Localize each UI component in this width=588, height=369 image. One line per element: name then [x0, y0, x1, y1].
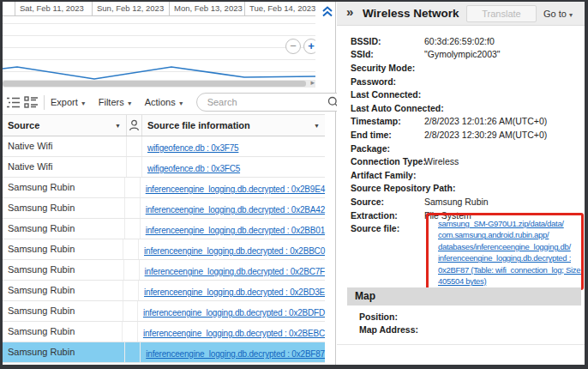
detail-field-value: 2/8/2023 12:30:29 AM(UTC+0): [424, 130, 585, 140]
table-row[interactable]: Samsung Rubin inferenceengine_logging.db…: [3, 219, 325, 239]
caret-down-icon: ▾: [569, 11, 573, 19]
detail-field-row: Package:: [337, 142, 585, 155]
detail-field-row: Timestamp: 2/8/2023 12:01:26 AM(UTC+0): [337, 115, 585, 129]
details-panel-title: Wireless Network: [363, 2, 459, 26]
caret-down-icon[interactable]: ▼: [314, 123, 320, 129]
detail-field-row: SSId: "Gymolympic2003": [337, 48, 585, 62]
source-cell: Native Wifi: [3, 157, 127, 177]
actions-button[interactable]: Actions▼: [145, 97, 184, 107]
scrollbar-thumb[interactable]: [3, 81, 306, 87]
source-file-link[interactable]: inferenceengine_logging.db.decrypted : 0…: [146, 205, 325, 215]
source-file-link[interactable]: inferenceengine_logging.db.decrypted : 0…: [146, 184, 325, 194]
source-file-link[interactable]: samsung_SM-G970U1.zip/data/data/ com.sam…: [438, 218, 582, 287]
list-view-icon[interactable]: [6, 96, 21, 109]
column-header-examiner[interactable]: [127, 115, 142, 136]
translate-button[interactable]: Translate: [466, 5, 537, 22]
person-cell: [123, 301, 138, 321]
export-button[interactable]: Export▼: [51, 97, 87, 107]
source-file-link[interactable]: wifigeofence.db : 0x3F75: [147, 143, 238, 153]
source-file-link-line[interactable]: samsung_SM-G970U1.zip/data/data/: [438, 218, 582, 229]
zoom-in-button[interactable]: +: [303, 39, 315, 54]
source-file-link-line[interactable]: 0x2BF87 (Table: wifi_connection_log; Siz…: [438, 264, 582, 275]
table-row[interactable]: Native Wifi wifigeofence.db : 0x3FC5: [3, 157, 325, 178]
timeline-date-header: Sat, Feb 11, 2023 Sun, Feb 12, 2023 Mon,…: [3, 2, 315, 16]
table-row[interactable]: Samsung Rubin inferenceengine_logging.db…: [3, 281, 325, 301]
source-cell: Samsung Rubin: [3, 342, 125, 362]
map-fields: Position: Map Address:: [337, 310, 585, 336]
detail-field-value: "Gymolympic2003": [424, 49, 585, 59]
goto-button[interactable]: Go to▾: [543, 2, 573, 27]
details-view-icon[interactable]: [24, 96, 39, 109]
section-divider: [337, 344, 585, 345]
table-row[interactable]: Samsung Rubin inferenceengine_logging.db…: [3, 239, 325, 260]
source-file-link[interactable]: inferenceengine_logging.db.decrypted : 0…: [144, 287, 325, 297]
source-file-link[interactable]: inferenceengine_logging.db.decrypted : 0…: [144, 246, 325, 256]
scrollbar-arrow-icon[interactable]: ▸: [310, 78, 315, 87]
source-file-cell: inferenceengine_logging.db.decrypted : 0…: [139, 239, 325, 259]
timeline-and-table-panel: Sat, Feb 11, 2023 Sun, Feb 12, 2023 Mon,…: [3, 2, 336, 365]
person-cell: [123, 239, 139, 259]
detail-field-label: Security Mode:: [337, 63, 424, 73]
table-row[interactable]: Samsung Rubin inferenceengine_logging.db…: [3, 342, 325, 363]
source-file-cell: inferenceengine_logging.db.decrypted : 0…: [139, 281, 325, 300]
source-file-link-line[interactable]: 405504 bytes): [438, 275, 582, 287]
source-file-cell: inferenceengine_logging.db.decrypted : 0…: [138, 322, 325, 342]
details-panel-header: » Wireless Network Translate Go to▾: [337, 2, 585, 26]
source-file-link[interactable]: inferenceengine_logging.db.decrypted : 0…: [143, 308, 325, 318]
detail-field-value: 2/8/2023 12:01:26 AM(UTC+0): [424, 116, 585, 126]
source-file-link[interactable]: inferenceengine_logging.db.decrypted : 0…: [146, 349, 325, 359]
source-cell: Samsung Rubin: [3, 239, 123, 259]
table-row[interactable]: Samsung Rubin inferenceengine_logging.db…: [3, 178, 325, 198]
detail-field-label: Connection Type:: [337, 156, 424, 166]
table-row[interactable]: Samsung Rubin inferenceengine_logging.db…: [3, 260, 325, 281]
source-file-link[interactable]: inferenceengine_logging.db.decrypted : 0…: [146, 226, 325, 235]
table-header: Source ▼ Source file information ▼: [3, 114, 325, 136]
source-file-link[interactable]: wifigeofence.db : 0x3FC5: [147, 164, 240, 173]
detail-field-row: Artifact Family:: [337, 168, 585, 182]
expand-panel-icon[interactable]: »: [346, 4, 353, 19]
detail-field-label: Timestamp:: [337, 116, 424, 126]
source-file-cell: inferenceengine_logging.db.decrypted : 0…: [141, 219, 325, 239]
map-field-label: Map Address:: [337, 324, 431, 335]
source-file-link[interactable]: inferenceengine_logging.db.decrypted : 0…: [145, 267, 325, 276]
actions-label: Actions: [145, 97, 176, 107]
detail-field-row: BSSID: 60:3d:26:59:02:f0: [337, 34, 585, 48]
source-file-link[interactable]: inferenceengine_logging.db.decrypted : 0…: [143, 329, 325, 338]
timeline-date-label: Mon, Feb 13, 2023: [169, 2, 244, 15]
table-row[interactable]: Native Wifi wifigeofence.db : 0x3F75: [3, 136, 325, 157]
source-file-link-line[interactable]: inferenceengine_logging.db.decrypted :: [438, 252, 582, 263]
detail-field-row: Last Auto Connected:: [337, 101, 585, 115]
source-file-link-line[interactable]: databases/inferenceengine_logging.db/: [438, 241, 582, 252]
source-file-cell: inferenceengine_logging.db.decrypted : 0…: [138, 301, 325, 321]
search-box: [196, 93, 347, 112]
horizontal-scrollbar[interactable]: ▸: [3, 80, 315, 88]
table-row[interactable]: Samsung Rubin inferenceengine_logging.db…: [3, 198, 325, 219]
detail-field-value: Samsung Rubin: [424, 197, 585, 207]
detail-field-label: Artifact Family:: [337, 170, 424, 180]
caret-down-icon: ▼: [81, 100, 87, 106]
column-header-source[interactable]: Source ▼: [3, 115, 127, 136]
source-cell: Samsung Rubin: [3, 322, 123, 342]
source-file-link-line[interactable]: com.samsung.android.rubin.app/: [438, 229, 582, 240]
table-body: Native Wifi wifigeofence.db : 0x3F75 Nat…: [3, 136, 325, 363]
detail-field-row: Source Repository Path:: [337, 182, 585, 196]
collapse-timeline-button[interactable]: [321, 4, 334, 18]
search-input[interactable]: [206, 94, 326, 110]
table-row[interactable]: Samsung Rubin inferenceengine_logging.db…: [3, 322, 325, 342]
person-cell: [125, 198, 141, 218]
caret-down-icon[interactable]: ▼: [115, 123, 121, 129]
source-file-column-label: Source file information: [147, 120, 250, 130]
map-field-label: Position:: [337, 312, 431, 322]
table-toolbar: Export▼ Filters▼ Actions▼: [3, 90, 325, 114]
source-cell: Samsung Rubin: [3, 198, 125, 218]
filters-button[interactable]: Filters▼: [99, 97, 133, 107]
detail-field-label: Last Connected:: [337, 89, 424, 100]
source-cell: Samsung Rubin: [3, 178, 125, 197]
timeline-date-label: Sun, Feb 12, 2023: [92, 2, 169, 15]
column-header-source-file-information[interactable]: Source file information ▼: [142, 115, 325, 136]
zoom-out-button[interactable]: −: [285, 39, 301, 54]
detail-field-row: Security Mode:: [337, 61, 585, 75]
source-column-label: Source: [8, 120, 39, 130]
table-row[interactable]: Samsung Rubin inferenceengine_logging.db…: [3, 301, 325, 322]
detail-field-label: Package:: [337, 143, 424, 154]
